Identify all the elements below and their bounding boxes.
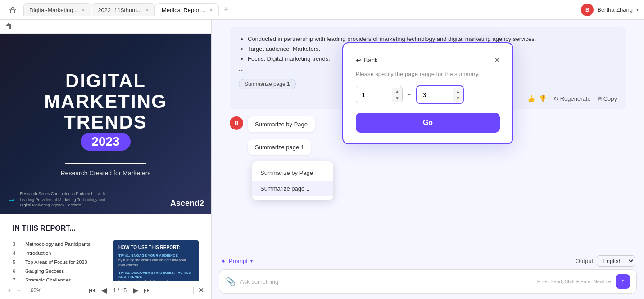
regenerate-icon: ↻: [553, 95, 558, 102]
back-arrow-icon: ↩: [356, 57, 361, 64]
username: Bertha Zhang: [597, 6, 633, 13]
pdf-title-marketing: MARKETING: [44, 91, 167, 112]
tab-close-2022[interactable]: ✕: [145, 8, 149, 13]
tab-digital-marketing[interactable]: Digital-Marketing... ✕: [23, 3, 91, 16]
svg-rect-0: [11, 10, 15, 13]
toolbar-extra-controls: | ✕: [193, 285, 206, 295]
home-icon: [9, 6, 17, 14]
zoom-out-button[interactable]: −: [15, 286, 23, 295]
input-hint: Enter Send; Shift + Enter Newline: [537, 279, 611, 284]
regenerate-button[interactable]: ↻ Regenerate: [553, 95, 591, 102]
pdf-title-digital: DIGITAL: [44, 71, 167, 91]
from-spin-up[interactable]: ▲: [392, 88, 402, 95]
from-spin-down[interactable]: ▼: [392, 95, 402, 102]
pdf-page2-left: 3.Methodology and Participants 4.Introdu…: [13, 240, 108, 281]
copy-label: Copy: [603, 95, 617, 102]
prompt-label: Prompt: [229, 258, 248, 264]
avatar: B: [581, 4, 594, 16]
attach-button[interactable]: 📎: [226, 277, 236, 286]
list-item: 7.Strategic Challenges: [13, 276, 108, 281]
modal-description: Please specify the page range for the su…: [356, 71, 500, 77]
user-chevron-icon[interactable]: ▾: [636, 7, 639, 12]
first-page-button[interactable]: ⏮: [87, 286, 98, 295]
user-bubble-2: Summarize page 1: [248, 139, 311, 155]
to-spinners: ▲ ▼: [453, 88, 463, 102]
suggestions-dropdown: Summarize by Page Summarize page 1: [252, 161, 333, 200]
to-spin-up[interactable]: ▲: [453, 88, 463, 95]
suggestion-item-2[interactable]: Summarize page 1: [252, 181, 333, 196]
add-tab-button[interactable]: +: [220, 3, 232, 16]
ai-message-tag: Summarize page 1: [239, 79, 296, 89]
output-label: Output: [576, 258, 593, 264]
tab-close-digital-marketing[interactable]: ✕: [82, 8, 85, 13]
pdf-title-trends: TRENDS: [44, 112, 167, 133]
chat-input[interactable]: [240, 278, 533, 285]
user-chat-avatar: B: [230, 116, 243, 130]
modal-close-button[interactable]: ✕: [494, 56, 500, 64]
range-dash: -: [408, 90, 411, 99]
copy-button[interactable]: ⎘ Copy: [598, 95, 617, 102]
chat-panel: Conducted in partnership with leading pr…: [212, 20, 644, 299]
tip-1: TIP #1: ENGAGE YOUR AUDIENCE by turning …: [118, 254, 193, 268]
pdf-page2-inner: 3.Methodology and Participants 4.Introdu…: [13, 240, 199, 281]
last-page-button[interactable]: ⏭: [142, 286, 153, 295]
tab-medical-report[interactable]: Medical Report... ✕: [156, 3, 219, 16]
pdf-page-1: DIGITAL MARKETING TRENDS 2023 Research C…: [0, 34, 211, 214]
from-spinners: ▲ ▼: [392, 88, 402, 102]
pdf-list: 3.Methodology and Participants 4.Introdu…: [13, 240, 108, 281]
thumbs-down-button[interactable]: 👎: [539, 95, 546, 102]
pdf-trash-bar: 🗑: [0, 20, 211, 34]
send-button[interactable]: ↑: [616, 274, 630, 289]
output-area: Output English Spanish French: [576, 255, 635, 267]
prev-page-button[interactable]: ◀: [100, 285, 109, 295]
pdf-year: 2023: [91, 134, 119, 148]
pdf-divider: [65, 163, 146, 164]
pdf-content: DIGITAL MARKETING TRENDS 2023 Research C…: [0, 34, 211, 281]
page-range-modal: ↩ Back ✕ Please specify the page range f…: [342, 42, 513, 144]
suggestion-item-1[interactable]: Summarize by Page: [252, 165, 333, 181]
from-input-wrap: ▲ ▼: [356, 86, 403, 103]
pdf-page-2: IN THIS REPORT... 3.Methodology and Part…: [0, 214, 211, 281]
trash-icon[interactable]: 🗑: [5, 22, 13, 31]
from-page-input[interactable]: [356, 86, 392, 103]
modal-header: ↩ Back ✕: [356, 56, 500, 64]
language-select[interactable]: English Spanish French: [597, 255, 635, 267]
prompt-button[interactable]: ✦ Prompt ▾: [221, 258, 253, 265]
tab-list: Digital-Marketing... ✕ 2022_11$thum... ✕…: [23, 3, 577, 16]
tip-2: TIP #2: DISCOVER STRATEGIES, TACTICS AND…: [118, 271, 193, 281]
tab-close-medical[interactable]: ✕: [209, 8, 213, 13]
user-bubble: Summarize by Page: [248, 116, 315, 132]
zoom-level: 60%: [25, 287, 47, 294]
prompt-bar: ✦ Prompt ▾ Output English Spanish French: [219, 255, 637, 267]
copy-icon: ⎘: [598, 95, 602, 102]
close-pdf-button[interactable]: ✕: [196, 285, 206, 295]
back-label: Back: [364, 57, 378, 64]
chat-input-row: 📎 Enter Send; Shift + Enter Newline ↑: [219, 269, 637, 294]
pdf-title-block: DIGITAL MARKETING TRENDS 2023 Research C…: [44, 71, 167, 177]
list-item: 6.Gauging Success: [13, 267, 108, 276]
thumbs-up-button[interactable]: 👍: [527, 95, 535, 102]
to-spin-down[interactable]: ▼: [453, 95, 463, 102]
pdf-toolbar: + − 60% ⏮ ◀ 1 / 15 ▶ ⏭ | ✕: [0, 281, 211, 299]
modal-range-inputs: ▲ ▼ - ▲ ▼: [356, 85, 500, 104]
home-button[interactable]: [5, 3, 20, 17]
page-info: 1 / 15: [113, 287, 127, 294]
user-area: B Bertha Zhang ▾: [581, 4, 639, 16]
prompt-chevron-icon: ▾: [250, 259, 253, 263]
tab-2022-thumb[interactable]: 2022_11$thum... ✕: [92, 3, 155, 16]
modal-back-button[interactable]: ↩ Back: [356, 57, 378, 64]
chat-bottom: ✦ Prompt ▾ Output English Spanish French…: [212, 252, 644, 299]
pdf-footer: → Research Series Conducted in Partnersh…: [7, 191, 204, 208]
pdf-arrow-icon: →: [7, 195, 16, 205]
pdf-page2-title: IN THIS REPORT...: [13, 224, 199, 232]
main-layout: 🗑 DIGITAL MARKETING TRENDS 2023 Research…: [0, 20, 644, 299]
zoom-controls: + − 60%: [5, 286, 47, 295]
go-button[interactable]: Go: [356, 113, 500, 133]
pdf-footer-text: Research Series Conducted in Partnership…: [20, 191, 110, 208]
regenerate-label: Regenerate: [560, 95, 591, 102]
next-page-button[interactable]: ▶: [131, 285, 140, 295]
list-item: 4.Introduction: [13, 249, 108, 258]
to-page-input[interactable]: [417, 86, 453, 103]
zoom-in-button[interactable]: +: [5, 286, 13, 295]
pdf-subtitle: Research Created for Marketers: [44, 170, 167, 177]
